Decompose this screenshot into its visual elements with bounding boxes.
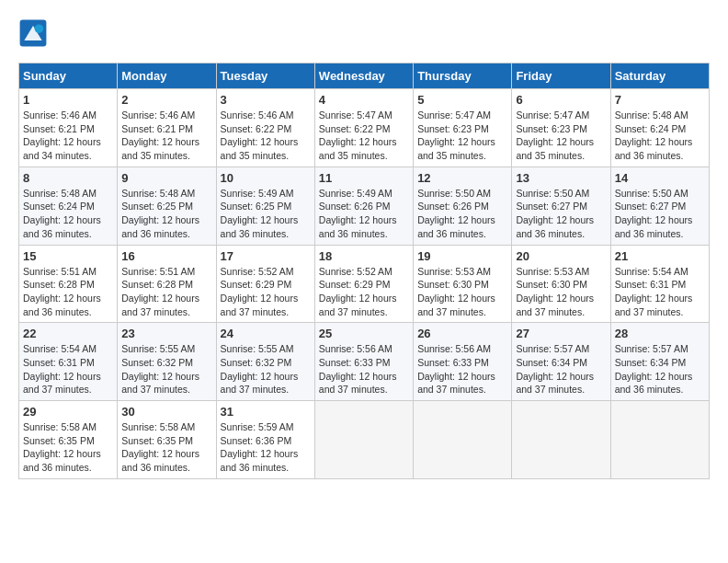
weekday-header-saturday: Saturday	[610, 63, 709, 89]
daylight-label: Daylight: 12 hours and 37 minutes.	[23, 371, 101, 396]
sunrise-label: Sunrise: 5:47 AM	[516, 109, 589, 121]
calendar-cell: 9 Sunrise: 5:48 AM Sunset: 6:25 PM Dayli…	[118, 167, 216, 245]
day-number: 31	[221, 405, 311, 419]
day-info: Sunrise: 5:55 AM Sunset: 6:32 PM Dayligh…	[121, 342, 211, 396]
day-number: 28	[615, 327, 705, 340]
sunset-label: Sunset: 6:35 PM	[23, 435, 95, 446]
daylight-label: Daylight: 12 hours and 36 minutes.	[121, 214, 199, 239]
day-number: 11	[319, 171, 409, 185]
day-number: 25	[319, 327, 409, 340]
day-number: 3	[221, 93, 311, 107]
weekday-header-wednesday: Wednesday	[314, 63, 413, 89]
day-info: Sunrise: 5:55 AM Sunset: 6:32 PM Dayligh…	[221, 342, 311, 396]
day-number: 23	[121, 327, 211, 340]
weekday-header-monday: Monday	[118, 63, 216, 89]
weekday-header-thursday: Thursday	[414, 63, 512, 89]
day-number: 6	[516, 93, 606, 107]
sunrise-label: Sunrise: 5:48 AM	[121, 188, 195, 199]
calendar-cell: 5 Sunrise: 5:47 AM Sunset: 6:23 PM Dayli…	[414, 89, 512, 167]
calendar-cell: 4 Sunrise: 5:47 AM Sunset: 6:22 PM Dayli…	[314, 89, 413, 167]
sunrise-label: Sunrise: 5:59 AM	[221, 421, 294, 432]
day-info: Sunrise: 5:57 AM Sunset: 6:34 PM Dayligh…	[615, 342, 705, 396]
calendar-cell	[414, 401, 512, 479]
sunrise-label: Sunrise: 5:47 AM	[319, 109, 392, 121]
day-number: 5	[417, 93, 507, 107]
sunset-label: Sunset: 6:21 PM	[121, 123, 193, 134]
calendar-cell: 25 Sunrise: 5:56 AM Sunset: 6:33 PM Dayl…	[314, 323, 413, 401]
day-info: Sunrise: 5:48 AM Sunset: 6:25 PM Dayligh…	[121, 187, 211, 241]
sunset-label: Sunset: 6:34 PM	[516, 357, 587, 368]
calendar-cell: 31 Sunrise: 5:59 AM Sunset: 6:36 PM Dayl…	[216, 401, 314, 479]
sunrise-label: Sunrise: 5:55 AM	[221, 343, 294, 354]
sunset-label: Sunset: 6:27 PM	[516, 201, 587, 212]
sunrise-label: Sunrise: 5:48 AM	[23, 188, 97, 199]
daylight-label: Daylight: 12 hours and 36 minutes.	[516, 214, 594, 239]
daylight-label: Daylight: 12 hours and 35 minutes.	[516, 136, 594, 161]
sunset-label: Sunset: 6:22 PM	[319, 123, 391, 134]
daylight-label: Daylight: 12 hours and 36 minutes.	[221, 448, 299, 473]
sunset-label: Sunset: 6:33 PM	[417, 357, 489, 368]
daylight-label: Daylight: 12 hours and 37 minutes.	[516, 371, 594, 396]
day-number: 18	[319, 249, 409, 263]
calendar-cell: 22 Sunrise: 5:54 AM Sunset: 6:31 PM Dayl…	[19, 323, 118, 401]
daylight-label: Daylight: 12 hours and 35 minutes.	[121, 136, 199, 161]
sunset-label: Sunset: 6:33 PM	[319, 357, 391, 368]
svg-point-2	[35, 24, 44, 33]
calendar-cell: 15 Sunrise: 5:51 AM Sunset: 6:28 PM Dayl…	[19, 245, 118, 323]
day-info: Sunrise: 5:57 AM Sunset: 6:34 PM Dayligh…	[516, 342, 606, 396]
calendar-cell: 11 Sunrise: 5:49 AM Sunset: 6:26 PM Dayl…	[314, 167, 413, 245]
sunrise-label: Sunrise: 5:47 AM	[417, 109, 491, 121]
sunrise-label: Sunrise: 5:53 AM	[516, 266, 589, 277]
day-number: 22	[23, 327, 113, 340]
daylight-label: Daylight: 12 hours and 37 minutes.	[121, 371, 199, 396]
calendar-cell: 18 Sunrise: 5:52 AM Sunset: 6:29 PM Dayl…	[314, 245, 413, 323]
calendar-cell: 6 Sunrise: 5:47 AM Sunset: 6:23 PM Dayli…	[512, 89, 610, 167]
calendar-week-1: 1 Sunrise: 5:46 AM Sunset: 6:21 PM Dayli…	[19, 89, 710, 167]
sunset-label: Sunset: 6:29 PM	[221, 279, 292, 290]
day-number: 17	[221, 249, 311, 263]
day-number: 8	[23, 171, 113, 185]
sunrise-label: Sunrise: 5:53 AM	[417, 266, 491, 277]
day-info: Sunrise: 5:50 AM Sunset: 6:27 PM Dayligh…	[516, 187, 606, 241]
sunset-label: Sunset: 6:29 PM	[319, 279, 391, 290]
sunrise-label: Sunrise: 5:46 AM	[23, 109, 97, 121]
weekday-header-friday: Friday	[512, 63, 610, 89]
sunrise-label: Sunrise: 5:49 AM	[221, 188, 294, 199]
daylight-label: Daylight: 12 hours and 37 minutes.	[417, 293, 495, 317]
sunrise-label: Sunrise: 5:46 AM	[121, 109, 195, 121]
calendar-cell	[314, 401, 413, 479]
daylight-label: Daylight: 12 hours and 34 minutes.	[23, 136, 101, 161]
calendar-cell	[512, 401, 610, 479]
day-number: 10	[221, 171, 311, 185]
day-info: Sunrise: 5:58 AM Sunset: 6:35 PM Dayligh…	[121, 420, 211, 475]
day-info: Sunrise: 5:59 AM Sunset: 6:36 PM Dayligh…	[221, 420, 311, 475]
sunrise-label: Sunrise: 5:49 AM	[319, 188, 392, 199]
calendar-cell: 3 Sunrise: 5:46 AM Sunset: 6:22 PM Dayli…	[216, 89, 314, 167]
calendar-cell: 13 Sunrise: 5:50 AM Sunset: 6:27 PM Dayl…	[512, 167, 610, 245]
daylight-label: Daylight: 12 hours and 35 minutes.	[221, 136, 299, 161]
calendar-cell: 19 Sunrise: 5:53 AM Sunset: 6:30 PM Dayl…	[414, 245, 512, 323]
day-number: 9	[121, 171, 211, 185]
day-info: Sunrise: 5:47 AM Sunset: 6:22 PM Dayligh…	[319, 109, 409, 163]
sunrise-label: Sunrise: 5:58 AM	[121, 421, 195, 432]
day-info: Sunrise: 5:46 AM Sunset: 6:21 PM Dayligh…	[23, 109, 113, 163]
day-info: Sunrise: 5:49 AM Sunset: 6:25 PM Dayligh…	[221, 187, 311, 241]
calendar-cell: 28 Sunrise: 5:57 AM Sunset: 6:34 PM Dayl…	[610, 323, 709, 401]
sunset-label: Sunset: 6:25 PM	[221, 201, 292, 212]
calendar-cell: 21 Sunrise: 5:54 AM Sunset: 6:31 PM Dayl…	[610, 245, 709, 323]
sunset-label: Sunset: 6:23 PM	[516, 123, 587, 134]
sunset-label: Sunset: 6:30 PM	[417, 279, 489, 290]
day-number: 29	[23, 405, 113, 419]
daylight-label: Daylight: 12 hours and 36 minutes.	[319, 214, 397, 239]
daylight-label: Daylight: 12 hours and 37 minutes.	[221, 371, 299, 396]
day-number: 2	[121, 93, 211, 107]
day-info: Sunrise: 5:50 AM Sunset: 6:27 PM Dayligh…	[615, 187, 705, 241]
day-info: Sunrise: 5:46 AM Sunset: 6:21 PM Dayligh…	[121, 109, 211, 163]
day-number: 4	[319, 93, 409, 107]
daylight-label: Daylight: 12 hours and 35 minutes.	[417, 136, 495, 161]
day-info: Sunrise: 5:47 AM Sunset: 6:23 PM Dayligh…	[417, 109, 507, 163]
daylight-label: Daylight: 12 hours and 36 minutes.	[417, 214, 495, 239]
page-header	[18, 18, 710, 48]
day-number: 12	[417, 171, 507, 185]
daylight-label: Daylight: 12 hours and 36 minutes.	[23, 214, 101, 239]
